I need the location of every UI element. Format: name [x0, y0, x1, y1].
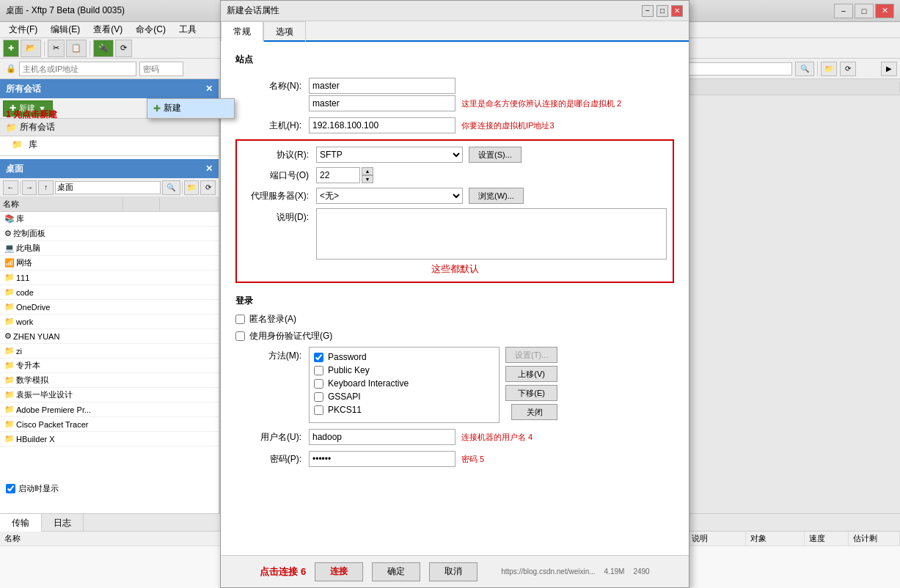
move-up-btn[interactable]: 上移(V)	[505, 366, 557, 382]
username-display[interactable]: hadoop	[309, 429, 456, 445]
file-name-1: 控制面板	[13, 228, 45, 239]
port-label: 端口号(O)	[243, 169, 316, 182]
file-item-0[interactable]: 📚 库	[0, 212, 219, 227]
file-item-3[interactable]: 📶 网络	[0, 256, 219, 271]
settings-button[interactable]: 设置(S)...	[469, 147, 522, 163]
close-button[interactable]: ✕	[875, 4, 894, 18]
toolbar-connect[interactable]: 🔌	[93, 40, 114, 57]
file-item-9[interactable]: 📁 zi	[0, 344, 219, 359]
name-input[interactable]	[309, 78, 456, 94]
all-sessions-row[interactable]: 📁 所有会话	[0, 119, 219, 136]
right-navigate-right[interactable]: ▶	[881, 62, 897, 76]
file-item-2[interactable]: 💻 此电脑	[0, 241, 219, 256]
connect-button[interactable]: 连接	[315, 562, 363, 581]
desktop-panel-close[interactable]: ✕	[205, 163, 213, 174]
new-session-icon: ✚	[153, 103, 161, 114]
transfer-tab[interactable]: 传输	[0, 514, 42, 532]
menu-view[interactable]: 查看(V)	[87, 22, 128, 37]
ok-button[interactable]: 确定	[372, 562, 420, 581]
right-new-folder[interactable]: 📁	[821, 62, 837, 76]
log-tab[interactable]: 日志	[42, 514, 84, 532]
method-keyboard-checkbox[interactable]	[314, 379, 323, 389]
description-textarea[interactable]	[316, 208, 667, 260]
cancel-button[interactable]: 取消	[429, 562, 478, 581]
tab-general[interactable]: 常规	[221, 21, 263, 42]
host-row: 主机(H): 192.168.100.100 你要连接的虚拟机IP地址3	[235, 117, 674, 133]
new-session-button[interactable]: ✚ 新建 ▼	[3, 100, 53, 117]
toolbar-copy[interactable]: 📋	[66, 40, 87, 57]
address-input[interactable]	[19, 62, 136, 76]
file-item-6[interactable]: 📁 OneDrive	[0, 300, 219, 315]
up-btn[interactable]: ↑	[38, 180, 54, 195]
file-item-14[interactable]: 📁 Cisco Packet Tracer	[0, 417, 219, 432]
menu-file[interactable]: 文件(F)	[3, 22, 43, 37]
toolbar-cut[interactable]: ✂	[48, 40, 65, 57]
startup-checkbox-row[interactable]: 启动时显示	[3, 482, 62, 496]
password-display[interactable]: ••••••	[309, 451, 456, 467]
file-item-1[interactable]: ⚙ 控制面板	[0, 227, 219, 241]
password-row: 密码(P): •••••• 密码 5	[235, 451, 674, 467]
port-down[interactable]: ▼	[362, 175, 373, 183]
startup-checkbox[interactable]	[6, 484, 15, 493]
file-count: 2490	[633, 567, 649, 576]
forward-btn[interactable]: →	[22, 180, 37, 195]
method-publickey-checkbox[interactable]	[314, 366, 323, 375]
dialog-window-controls: − □ ✕	[642, 5, 683, 17]
method-pkcs11-checkbox[interactable]	[314, 405, 323, 415]
file-item-4[interactable]: 📁 111	[0, 271, 219, 285]
t-col-speed: 速度	[805, 532, 849, 545]
port-up[interactable]: ▲	[362, 167, 373, 175]
links-session-item[interactable]: 📁 库	[0, 136, 219, 152]
file-item-7[interactable]: 📁 work	[0, 315, 219, 329]
session-panel-close[interactable]: ✕	[205, 84, 213, 94]
zi-folder-icon: 📁	[4, 346, 15, 356]
method-gssapi-checkbox[interactable]	[314, 392, 323, 402]
proxy-label: 代理服务器(X):	[243, 190, 316, 202]
password-input[interactable]	[139, 62, 183, 76]
file-item-15[interactable]: 📁 HBuilder X	[0, 432, 219, 446]
close-method-btn[interactable]: 关闭	[511, 404, 557, 420]
menu-tools[interactable]: 工具	[173, 22, 202, 37]
shuxue-icon: 📁	[4, 375, 15, 385]
file-item-12[interactable]: 📁 袁振一毕业设计	[0, 388, 219, 403]
proxy-select[interactable]: <无>	[316, 188, 463, 204]
method-publickey-label: Public Key	[328, 365, 370, 375]
minimize-button[interactable]: −	[834, 4, 853, 18]
local-path-input[interactable]	[55, 181, 161, 194]
new-label: 新建	[19, 103, 35, 114]
file-item-10[interactable]: 📁 专升本	[0, 359, 219, 373]
dialog-maximize[interactable]: □	[656, 5, 668, 17]
toolbar-refresh[interactable]: ⟳	[115, 40, 132, 57]
toolbar-open-folder[interactable]: 📂	[21, 40, 41, 57]
right-refresh-btn[interactable]: ⟳	[840, 62, 856, 76]
local-refresh[interactable]: ⟳	[200, 180, 216, 195]
file-item-13[interactable]: 📁 Adobe Premiere Pr...	[0, 403, 219, 417]
maximize-button[interactable]: □	[855, 4, 874, 18]
port-input[interactable]	[316, 167, 360, 183]
move-down-btn[interactable]: 下移(E)	[505, 385, 557, 401]
method-settings-btn[interactable]: 设置(T)...	[505, 347, 557, 363]
method-password-checkbox[interactable]	[314, 353, 323, 362]
file-item-5[interactable]: 📁 code	[0, 285, 219, 300]
toolbar-new[interactable]: ✚	[3, 40, 19, 57]
name-display[interactable]: master	[309, 95, 456, 111]
browse-button[interactable]: 浏览(W)...	[469, 188, 524, 204]
menu-edit[interactable]: 编辑(E)	[45, 22, 86, 37]
tab-options[interactable]: 选项	[263, 21, 306, 42]
right-search[interactable]: 🔍	[795, 62, 814, 76]
local-search[interactable]: 🔍	[162, 180, 180, 195]
dialog-minimize[interactable]: −	[642, 5, 654, 17]
dialog-close[interactable]: ✕	[671, 5, 683, 17]
protocol-select[interactable]: SFTP	[316, 147, 463, 163]
back-btn[interactable]: ←	[3, 180, 18, 195]
proxy-auth-checkbox[interactable]	[235, 331, 245, 341]
host-display[interactable]: 192.168.100.100	[309, 117, 456, 133]
new-folder-btn[interactable]: 📁	[184, 180, 200, 195]
new-session-dropdown-item[interactable]: ✚ 新建	[147, 99, 234, 118]
file-item-8[interactable]: ⚙ ZHEN YUAN	[0, 329, 219, 344]
file-item-11[interactable]: 📁 数学模拟	[0, 373, 219, 388]
menu-command[interactable]: 命令(C)	[130, 22, 172, 37]
links-label: 库	[29, 139, 37, 151]
anonymous-checkbox[interactable]	[235, 315, 245, 324]
file-column-headers: 名称	[0, 197, 219, 212]
